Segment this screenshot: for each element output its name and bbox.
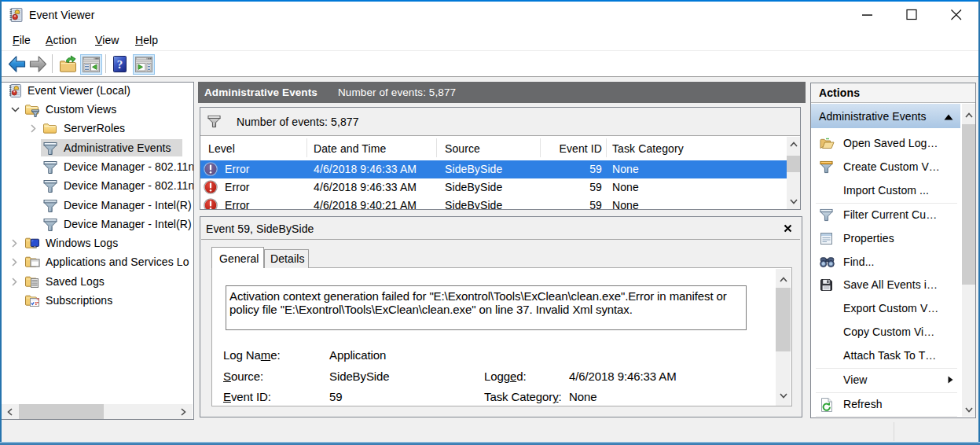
svg-text:*: * <box>14 14 17 20</box>
svg-text:?: ? <box>117 58 123 71</box>
svg-text:*: * <box>13 90 16 95</box>
